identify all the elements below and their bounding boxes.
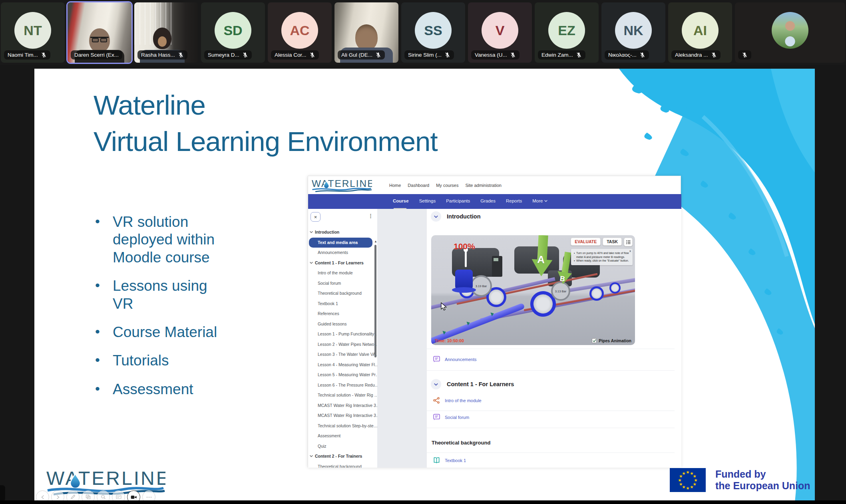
course-index-item[interactable]: Lesson 4 - Measuring Water Fl…	[308, 360, 377, 370]
bullet-item: VR solution deployed within Moodle cours…	[95, 213, 227, 266]
course-index-section[interactable]: Content 2 - For Trainers	[308, 451, 377, 462]
pump-percentage-label: 100%	[454, 242, 475, 251]
participant-tile[interactable]: Ali Gul (DE...	[334, 2, 398, 63]
course-index-section[interactable]: Content 1 - For Learners	[308, 258, 377, 268]
course-index-item[interactable]: Lesson 3 - The Water Valve VA…	[308, 349, 377, 360]
participant-tile[interactable]: Rasha Hass...	[134, 2, 198, 63]
course-index-item[interactable]: Lesson 1 - Pump Functionality…	[308, 329, 377, 339]
vr-time-label: Time: 10:50:00	[435, 338, 464, 343]
avatar: V	[482, 12, 518, 49]
moodle-top-nav: Home Dashboard My courses Site administr…	[389, 183, 502, 188]
course-index-item[interactable]: Lesson 5 - Measuring Water Pr…	[308, 370, 377, 380]
bullet-item: Assessment	[95, 381, 227, 398]
participant-tile[interactable]: Daren Scerri (Ex...	[68, 2, 131, 63]
tab-grades[interactable]: Grades	[480, 198, 496, 203]
avatar: EZ	[548, 12, 585, 49]
checkbox-checked-icon[interactable]	[592, 338, 597, 343]
participant-name-label: Sumeyra D...	[204, 50, 252, 60]
eu-funding-block: ★★★ ★★★ ★★★ ★★★ Funded by the European U…	[668, 468, 810, 492]
list-icon	[626, 240, 631, 245]
textbook-link[interactable]: Textbook 1	[445, 458, 466, 463]
course-index-item[interactable]: MCAST Water Rig Interactive 3…	[308, 411, 377, 421]
moodle-course-menubar: Course Settings Participants Grades Repo…	[308, 194, 681, 209]
participant-tile[interactable]: EZ Edwin Zam...	[535, 2, 599, 63]
course-index-item[interactable]: Assessment	[308, 431, 377, 441]
kebab-menu-icon[interactable]	[368, 213, 374, 221]
nav-my-courses[interactable]: My courses	[436, 183, 458, 188]
course-index-item-active[interactable]: Text and media area	[309, 238, 372, 248]
intro-module-row[interactable]: Intro of the module	[433, 397, 482, 404]
close-icon[interactable]	[629, 249, 631, 253]
course-index-item[interactable]: Announcements	[308, 248, 377, 258]
course-index-item[interactable]: Technical solution - Water Rig …	[308, 390, 377, 401]
participant-name-label: Sirine Slim (...	[404, 50, 454, 60]
avatar: AC	[281, 12, 318, 49]
evaluate-button[interactable]: EVALUATE	[571, 238, 601, 246]
participant-tile[interactable]: NT Naomi Tim...	[1, 2, 65, 63]
section-title: Content 1 - For Learners	[447, 381, 514, 387]
tab-reports[interactable]: Reports	[506, 198, 522, 203]
collapse-section-button[interactable]	[431, 379, 441, 389]
course-index-drawer: Introduction Text and media area Announc…	[308, 209, 377, 468]
course-index-item[interactable]: Intro of the module	[308, 268, 377, 278]
course-index-item[interactable]: Quiz	[308, 441, 377, 452]
course-index-item[interactable]: Theoretical background	[308, 462, 377, 468]
nav-site-administration[interactable]: Site administration	[465, 183, 502, 188]
collapse-section-button[interactable]	[431, 211, 441, 222]
course-index-item[interactable]: Theoretical background	[308, 288, 377, 299]
waterline-logo: WATERLINE	[311, 178, 372, 193]
participant-tile[interactable]	[735, 2, 845, 63]
course-index-item[interactable]: MCAST Water Rig Interactive 3…	[308, 401, 377, 411]
intro-module-link[interactable]: Intro of the module	[445, 398, 482, 403]
course-index-item[interactable]: Technical solution Step-by-ste…	[308, 421, 377, 431]
eu-funded-line2: the European Union	[715, 480, 810, 492]
participant-name-label: Naomi Tim...	[4, 50, 50, 60]
drawer-scrollbar[interactable]	[374, 245, 376, 357]
tab-participants[interactable]: Participants	[446, 198, 470, 203]
participant-tile[interactable]: V Vanessa (U...	[468, 2, 532, 63]
course-index-section[interactable]: Introduction	[308, 227, 377, 238]
pump-lever	[465, 251, 467, 267]
tab-more[interactable]: More	[532, 198, 547, 203]
participant-tile[interactable]: SD Sumeyra D...	[201, 2, 265, 63]
mouse-cursor	[440, 302, 448, 311]
muted-mic-icon	[178, 52, 184, 58]
section-content-1: Content 1 - For Learners	[431, 379, 514, 389]
tab-settings[interactable]: Settings	[419, 198, 436, 203]
course-index-item[interactable]: References	[308, 309, 377, 319]
flow-meter	[609, 282, 621, 294]
participant-tile[interactable]: NK Νικολαος-...	[601, 2, 665, 63]
course-index-item[interactable]: Textbook 1	[308, 299, 377, 309]
task-button[interactable]: TASK	[603, 238, 622, 246]
close-drawer-button[interactable]	[311, 212, 320, 222]
course-index-item[interactable]: Lesson 2 - Water Pipes Netwo…	[308, 339, 377, 350]
participant-name-label	[738, 50, 751, 60]
participant-tile[interactable]: AI Aleksandra ...	[668, 2, 732, 63]
theoretical-background-heading: Theoretical background	[432, 440, 490, 446]
bullet-item: Course Material	[95, 323, 227, 341]
nav-dashboard[interactable]: Dashboard	[408, 183, 429, 188]
participant-tile[interactable]: SS Sirine Slim (...	[401, 2, 465, 63]
vr-activity-image[interactable]: 3.19 Bar 3.13 Bar 100% A	[431, 235, 635, 345]
social-forum-link[interactable]: Social forum	[445, 415, 469, 420]
muted-mic-icon	[711, 52, 717, 58]
collapsed-panel-handle[interactable]	[0, 485, 5, 501]
tab-course[interactable]: Course	[393, 198, 409, 203]
pipes-animation-toggle[interactable]: Pipes Animation	[592, 338, 631, 343]
announcements-link[interactable]: Announcements	[445, 357, 477, 362]
social-forum-row[interactable]: Social forum	[433, 413, 469, 421]
participant-name-label: Daren Scerri (Ex...	[71, 50, 122, 60]
muted-mic-icon	[242, 52, 248, 58]
avatar: NT	[14, 12, 51, 49]
scroll-up-icon[interactable]	[374, 240, 377, 243]
task-list-button[interactable]	[624, 238, 633, 246]
announcements-row[interactable]: Announcements	[433, 355, 477, 363]
course-index-item[interactable]: Social forum	[308, 278, 377, 289]
course-index-item[interactable]: Lesson 6 - The Pressure Redu…	[308, 380, 377, 391]
course-index-item[interactable]: Guided lessons	[308, 319, 377, 329]
textbook-row[interactable]: Textbook 1	[433, 456, 466, 464]
nav-home[interactable]: Home	[389, 183, 401, 188]
participant-tile[interactable]: AC Alessia Cor...	[268, 2, 332, 63]
muted-mic-icon	[639, 52, 645, 58]
flow-meter	[589, 286, 604, 301]
